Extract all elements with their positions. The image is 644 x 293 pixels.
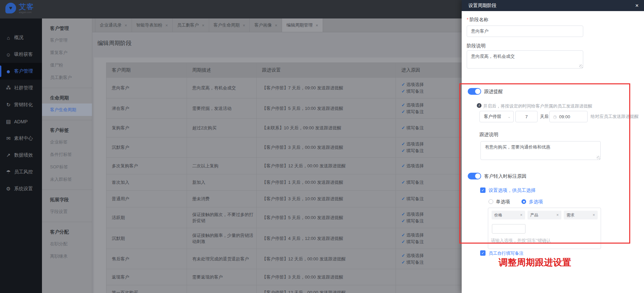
cell-entry-reasons: 选项选择 填写备注 (396, 98, 462, 118)
table-row: 潜在客户 需要挖掘，发送活动 【客户停留】5 天后，10:00 发送跟进提醒 选… (106, 98, 462, 119)
required-marker: * (467, 17, 468, 22)
subnav-item-sop-tags[interactable]: SOP标签 (42, 161, 92, 173)
tab-customer-portrait[interactable]: 客户画像 × (250, 18, 282, 32)
subnav-item-resigned-inheritance[interactable]: 离职继承 (42, 250, 92, 262)
option-tag: 价格 × (492, 211, 525, 219)
set-options-label[interactable]: 设置选项，供员工选择 (489, 187, 536, 194)
subnav-item-customer-lifecycle[interactable]: 客户生命周期 (42, 103, 92, 116)
resize-handle[interactable] (597, 156, 600, 159)
tab-label: 企业通讯录 (100, 22, 122, 28)
clock-icon: ◷ (553, 114, 557, 119)
cell-description: 新加入 (187, 174, 257, 190)
follow-note-textarea[interactable]: 有意向购买，需要沟通价格和优惠 (480, 141, 601, 160)
remove-tag-icon[interactable]: × (554, 213, 559, 217)
tab-edit-cycle-management[interactable]: 编辑周期管理 × (282, 18, 323, 32)
table-row: 意向客户 意向度高，有机会成交 【客户停留】7 天后，09:00 发送跟进提醒 … (106, 78, 462, 98)
subnav-item-enterprise-tags[interactable]: 企业标签 (42, 136, 92, 148)
sidebar-item-system-settings[interactable]: ⚙ 系统设置 (0, 180, 42, 197)
stage-name-input[interactable] (467, 26, 583, 37)
cell-description: 意向度高，有机会成交 (187, 78, 257, 98)
chart-up-icon: ↗ (6, 152, 11, 158)
cell-entry-reasons: 选项选择 (396, 158, 462, 174)
new-option-input[interactable] (492, 224, 525, 234)
column-header-entry-reason: 进入原因 (396, 63, 462, 77)
sidebar-item-fan-acquisition[interactable]: ☺ 吸粉获客 (0, 46, 42, 63)
cell-cycle: 多次复购客户 (106, 158, 187, 174)
cell-follow-setting: 【未联系】10 天后，09:00 发送跟进提醒 (257, 119, 396, 137)
single-option-radio[interactable] (489, 199, 493, 204)
board-icon: ▤ (6, 119, 11, 125)
table-row: 复购客户 超过2次购买 【未联系】10 天后，09:00 发送跟进提醒 填写备注 (106, 119, 462, 137)
reason-check-item: 填写备注 (401, 259, 424, 266)
close-icon[interactable]: × (635, 0, 639, 11)
subnav-item-zombie-fans[interactable]: 僵尸粉 (42, 59, 92, 71)
remove-tag-icon[interactable]: × (517, 213, 522, 217)
sidebar-item-material-center[interactable]: ✉ 素材中心 (0, 130, 42, 147)
self-note-checkbox[interactable]: ✓ (480, 250, 486, 256)
sidebar-item-admp[interactable]: ▤ ADMP (0, 113, 42, 130)
subnav-item-not-in-group-tags[interactable]: 未入群标签 (42, 173, 92, 185)
set-options-checkbox[interactable]: ✓ (480, 187, 486, 193)
close-icon[interactable]: × (243, 23, 245, 28)
close-icon[interactable]: × (166, 23, 168, 28)
content-card: 客户周期 周期描述 跟进设置 进入原因 意向客户 意向度高，有机会成交 【客户停… (94, 57, 462, 293)
close-icon[interactable]: × (275, 23, 277, 28)
cell-cycle: 沉默期 (106, 228, 187, 249)
cell-description: 需要挖掘，发送活动 (187, 98, 257, 118)
subnav-item-duplicate-customers[interactable]: 重复客户 (42, 46, 92, 59)
days-input[interactable] (515, 111, 538, 122)
sidebar-item-marketing-conversion[interactable]: ↻ 营销转化 (0, 96, 42, 113)
self-note-label[interactable]: 员工自行填写备注 (489, 250, 523, 256)
page-title: 编辑周期阶段 (97, 39, 132, 47)
close-icon[interactable]: × (316, 23, 318, 28)
sidebar-item-community-management[interactable]: ⁂ 社群管理 (0, 80, 42, 96)
subnav-group-customer-tags: 客户标签 (42, 124, 92, 136)
stage-desc-textarea[interactable]: 意向度高，有机会成交 (467, 50, 583, 69)
option-tag-label: 价格 (494, 212, 502, 218)
new-option-placeholder: 请输入选项，并按"回车"键确认 (491, 238, 551, 244)
remind-time-picker[interactable]: ◷ 09:00 (549, 111, 588, 122)
chevron-down-icon: ⌄ (505, 115, 511, 119)
subnav-item-active-allocation[interactable]: 在职分配 (42, 238, 92, 250)
sidebar-item-overview[interactable]: ⌂ 概况 (0, 29, 42, 46)
material-icon: ✉ (6, 135, 11, 141)
subnav-item-field-settings[interactable]: 字段设置 (42, 205, 92, 218)
multi-option-radio[interactable] (521, 199, 526, 204)
table-row: 售后客户 有未处理完成的退货退款客户 【客户停留】12 天后，00:00 发送跟… (106, 249, 462, 269)
close-icon[interactable]: × (202, 23, 204, 28)
tab-customer-lifecycle[interactable]: 客户生命周期 × (209, 18, 250, 32)
sidebar-item-label: 数据绩效 (14, 152, 33, 158)
close-icon[interactable]: × (125, 23, 127, 28)
cell-follow-setting: 【客户停留】3 天后，00:00 发送跟进提醒 (257, 269, 396, 285)
single-option-label[interactable]: 单选项 (496, 199, 510, 205)
cell-description: 册未消费 (187, 191, 257, 207)
cell-description: 二次以上复购 (187, 158, 257, 174)
subnav-item-conditional-tags[interactable]: 条件打标签 (42, 148, 92, 161)
multi-option-label[interactable]: 多选项 (529, 199, 543, 205)
resize-handle[interactable] (579, 65, 583, 68)
mark-reason-toggle[interactable] (468, 173, 481, 179)
sidebar-item-customer-management[interactable]: ☻ 客户管理 (0, 63, 42, 80)
sidebar-item-employee-risk[interactable]: ☂ 员工风控 (0, 164, 42, 180)
main-content: 企业通讯录 × 智能导表加粉 × 员工删客户 × 客户生命周期 × 客户画像 ×… (92, 18, 462, 293)
reason-check-item: 填写备注 (401, 179, 424, 186)
remove-tag-icon[interactable]: × (590, 213, 595, 217)
tab-employee-deleted-customers[interactable]: 员工删客户 × (173, 18, 209, 32)
cell-description: 保证接触的频次，不要过多的打折促销 (187, 207, 257, 228)
sidebar-item-data-performance[interactable]: ↗ 数据绩效 (0, 147, 42, 164)
subnav-item-employee-deleted-customers[interactable]: 员工删客户 (42, 71, 92, 84)
cell-follow-setting: 【客户停留】12 天后，00:00 发送跟进提醒 (257, 249, 396, 269)
tab-enterprise-contacts[interactable]: 企业通讯录 × (95, 18, 132, 32)
app-logo: ♥ 艾客 aiagain.com (5, 3, 34, 13)
lifecycle-table: 客户周期 周期描述 跟进设置 进入原因 意向客户 意向度高，有机会成交 【客户停… (106, 62, 462, 293)
reason-check-item: 选项选择 (401, 232, 424, 239)
mark-reason-label: 客户转入时标注原因 (484, 173, 526, 179)
stay-condition-select[interactable]: 客户停留 ⌄ (479, 111, 514, 122)
cell-cycle: 复购客户 (106, 119, 187, 137)
follow-remind-toggle[interactable] (468, 88, 481, 95)
cell-entry-reasons: 填写备注 (396, 174, 462, 190)
tab-smart-import-fans[interactable]: 智能导表加粉 × (132, 18, 173, 32)
subnav-group-lifecycle: 生命周期 (42, 92, 92, 103)
subnav-item-customer-management[interactable]: 客户管理 (42, 34, 92, 46)
cell-follow-setting: 【客户停留】5 天后，00:00 发送跟进提醒 (257, 207, 396, 228)
